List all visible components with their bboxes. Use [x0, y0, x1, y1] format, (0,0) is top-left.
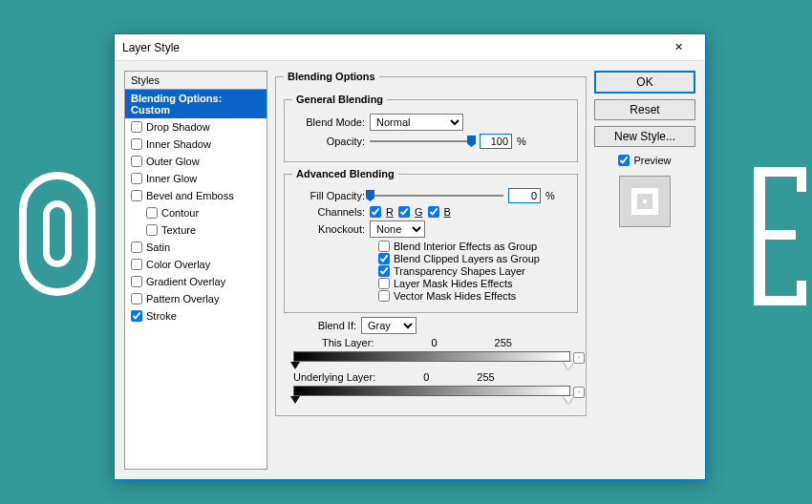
preview-swatch-inner [631, 188, 658, 215]
styles-header[interactable]: Styles [125, 72, 267, 90]
blending-options-area: Blending Options General Blending Blend … [275, 71, 587, 470]
knockout-label: Knockout: [292, 223, 365, 235]
style-checkbox[interactable] [146, 207, 158, 219]
general-blending-legend: General Blending [292, 94, 387, 105]
reset-button[interactable]: Reset [594, 99, 695, 120]
style-checkbox[interactable] [131, 310, 142, 322]
underlying-max: 255 [477, 371, 494, 383]
style-item-inner-shadow[interactable]: Inner Shadow [125, 136, 267, 153]
style-item-drop-shadow[interactable]: Drop Shadow [125, 118, 267, 136]
style-item-blending-options-custom[interactable]: Blending Options: Custom [125, 90, 267, 118]
style-item-outer-glow[interactable]: Outer Glow [125, 153, 267, 170]
adv-option-label: Blend Interior Effects as Group [394, 241, 537, 252]
titlebar[interactable]: Layer Style ✕ [115, 34, 705, 61]
style-checkbox[interactable] [131, 276, 142, 287]
adv-option-checkbox[interactable] [378, 253, 390, 264]
background-letter-o [19, 172, 96, 296]
style-item-stroke[interactable]: Stroke [125, 307, 267, 325]
channel-r-label: R [386, 206, 394, 218]
general-blending-group: General Blending Blend Mode: Normal Opac… [284, 94, 578, 162]
adv-option-checkbox[interactable] [378, 241, 390, 252]
style-item-label: Satin [146, 242, 170, 253]
adv-option-checkbox[interactable] [378, 265, 390, 277]
style-item-label: Drop Shadow [146, 121, 210, 133]
adv-option-row: Blend Interior Effects as Group [378, 241, 569, 252]
new-style-button[interactable]: New Style... [594, 126, 695, 147]
style-checkbox[interactable] [131, 190, 142, 201]
fill-opacity-slider[interactable] [370, 195, 503, 197]
style-item-gradient-overlay[interactable]: Gradient Overlay [125, 273, 267, 290]
adv-option-row: Transparency Shapes Layer [378, 265, 569, 277]
style-item-inner-glow[interactable]: Inner Glow [125, 170, 267, 187]
blending-options-legend: Blending Options [284, 71, 379, 82]
adv-option-label: Transparency Shapes Layer [394, 265, 525, 277]
fill-opacity-slider-thumb[interactable] [366, 190, 374, 201]
style-item-texture[interactable]: Texture [125, 221, 267, 239]
ok-button[interactable]: OK [594, 71, 695, 94]
this-layer-max: 255 [495, 337, 512, 348]
style-item-bevel-and-emboss[interactable]: Bevel and Emboss [125, 187, 267, 204]
style-item-pattern-overlay[interactable]: Pattern Overlay [125, 290, 267, 307]
blend-mode-select[interactable]: Normal [370, 114, 463, 131]
blend-if-label: Blend If: [284, 320, 356, 331]
close-icon: ✕ [674, 41, 683, 53]
opacity-label: Opacity: [292, 136, 365, 147]
style-checkbox[interactable] [131, 156, 142, 167]
style-item-label: Pattern Overlay [146, 293, 219, 304]
channel-b-checkbox[interactable] [428, 206, 439, 218]
style-item-label: Contour [161, 207, 199, 219]
adv-option-checkbox[interactable] [378, 278, 390, 289]
style-item-label: Outer Glow [146, 156, 200, 167]
opacity-input[interactable] [480, 134, 512, 149]
this-layer-split-icon[interactable]: ◦ [573, 352, 585, 364]
blending-options-group: Blending Options General Blending Blend … [275, 71, 587, 416]
channel-r-checkbox[interactable] [370, 206, 381, 218]
this-layer-min: 0 [431, 337, 437, 348]
style-checkbox[interactable] [131, 138, 142, 150]
fill-opacity-label: Fill Opacity: [292, 190, 365, 201]
style-item-contour[interactable]: Contour [125, 204, 267, 221]
adv-option-label: Layer Mask Hides Effects [394, 278, 513, 289]
style-checkbox[interactable] [131, 121, 142, 133]
fill-opacity-input[interactable] [508, 188, 541, 203]
style-checkbox[interactable] [131, 293, 142, 304]
channel-g-label: G [415, 206, 423, 218]
opacity-slider-thumb[interactable] [467, 136, 476, 147]
this-layer-black-stop[interactable] [290, 362, 300, 369]
style-checkbox[interactable] [131, 173, 142, 184]
adv-option-label: Blend Clipped Layers as Group [394, 253, 540, 264]
underlying-gradient[interactable]: ◦ [293, 386, 570, 396]
style-checkbox[interactable] [131, 259, 142, 270]
this-layer-gradient[interactable]: ◦ [293, 351, 570, 362]
style-checkbox[interactable] [146, 224, 158, 236]
adv-option-row: Vector Mask Hides Effects [378, 290, 569, 302]
underlying-white-stop[interactable] [564, 396, 573, 404]
style-item-label: Gradient Overlay [146, 276, 225, 287]
preview-checkbox[interactable] [618, 155, 630, 166]
style-checkbox[interactable] [131, 242, 142, 253]
style-item-label: Blending Options: Custom [131, 93, 261, 116]
fill-opacity-pct: % [545, 190, 555, 201]
underlying-black-stop[interactable] [290, 396, 300, 404]
dialog-buttons: OK Reset New Style... Preview [594, 71, 695, 470]
style-item-label: Inner Glow [146, 173, 197, 184]
style-item-label: Bevel and Emboss [146, 190, 234, 201]
this-layer-white-stop[interactable] [564, 362, 573, 369]
adv-option-row: Blend Clipped Layers as Group [378, 253, 569, 264]
dialog-title: Layer Style [122, 41, 659, 54]
style-item-satin[interactable]: Satin [125, 239, 267, 256]
channel-g-checkbox[interactable] [398, 206, 410, 218]
adv-option-checkbox[interactable] [378, 290, 390, 302]
underlying-split-icon[interactable]: ◦ [573, 387, 585, 398]
adv-option-row: Layer Mask Hides Effects [378, 278, 569, 289]
preview-swatch [619, 176, 671, 227]
layer-style-dialog: Layer Style ✕ Styles Blending Options: C… [114, 33, 706, 480]
advanced-blending-legend: Advanced Blending [292, 168, 398, 179]
blend-if-select[interactable]: Gray [361, 317, 417, 334]
opacity-pct: % [517, 136, 526, 147]
knockout-select[interactable]: None [370, 220, 425, 238]
close-button[interactable]: ✕ [659, 36, 697, 59]
style-item-color-overlay[interactable]: Color Overlay [125, 256, 267, 273]
opacity-slider[interactable] [370, 140, 475, 142]
blend-if-section: Blend If: Gray This Layer: 0 255 ◦ [284, 317, 578, 396]
